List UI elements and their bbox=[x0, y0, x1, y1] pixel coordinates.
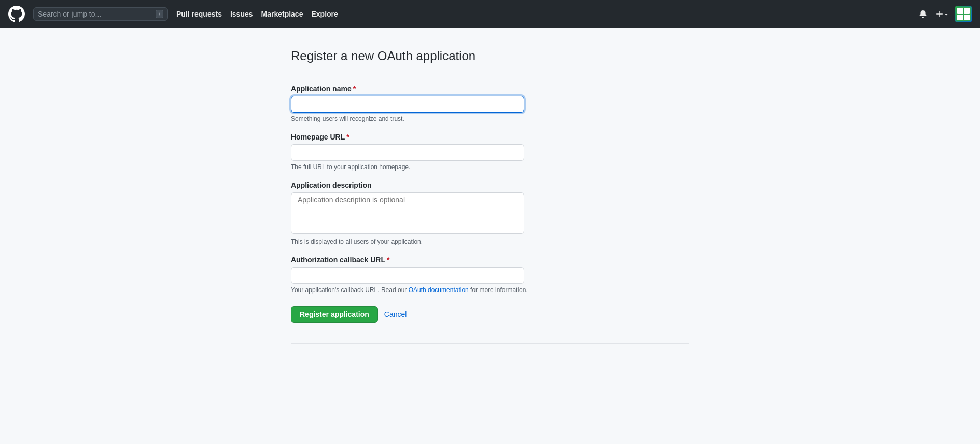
callback-url-input[interactable] bbox=[291, 267, 524, 284]
bottom-divider bbox=[291, 343, 689, 344]
app-name-required: * bbox=[353, 85, 356, 93]
top-nav: / Pull requests Issues Marketplace Explo… bbox=[0, 0, 980, 28]
app-name-hint: Something users will recognize and trust… bbox=[291, 115, 689, 122]
description-hint: This is displayed to all users of your a… bbox=[291, 238, 689, 245]
github-logo[interactable] bbox=[8, 6, 25, 22]
callback-url-required: * bbox=[387, 256, 389, 264]
title-divider bbox=[291, 72, 689, 72]
search-input[interactable] bbox=[38, 10, 152, 18]
cancel-button[interactable]: Cancel bbox=[384, 308, 407, 321]
user-avatar[interactable] bbox=[955, 6, 972, 22]
create-new-button[interactable] bbox=[933, 8, 951, 20]
nav-right bbox=[917, 6, 972, 22]
nav-link-marketplace[interactable]: Marketplace bbox=[261, 10, 303, 18]
nav-link-explore[interactable]: Explore bbox=[311, 10, 338, 18]
homepage-url-group: Homepage URL* The full URL to your appli… bbox=[291, 133, 689, 171]
main-content: Register a new OAuth application Applica… bbox=[283, 28, 697, 385]
notifications-button[interactable] bbox=[917, 8, 929, 20]
app-name-group: Application name* Something users will r… bbox=[291, 85, 689, 122]
app-name-label: Application name* bbox=[291, 85, 689, 93]
description-input[interactable] bbox=[291, 192, 524, 234]
register-application-button[interactable]: Register application bbox=[291, 306, 378, 323]
homepage-url-hint: The full URL to your application homepag… bbox=[291, 163, 689, 171]
oauth-app-form: Application name* Something users will r… bbox=[291, 85, 689, 323]
callback-url-group: Authorization callback URL* Your applica… bbox=[291, 256, 689, 294]
nav-links: Pull requests Issues Marketplace Explore bbox=[176, 10, 908, 18]
callback-url-hint: Your application's callback URL. Read ou… bbox=[291, 286, 689, 294]
form-actions: Register application Cancel bbox=[291, 306, 689, 323]
homepage-url-label: Homepage URL* bbox=[291, 133, 689, 141]
search-kbd: / bbox=[156, 10, 163, 18]
description-label: Application description bbox=[291, 181, 689, 189]
oauth-docs-link[interactable]: OAuth documentation bbox=[409, 286, 469, 294]
homepage-url-required: * bbox=[346, 133, 349, 141]
homepage-url-input[interactable] bbox=[291, 144, 524, 161]
description-group: Application description This is displaye… bbox=[291, 181, 689, 245]
callback-url-label: Authorization callback URL* bbox=[291, 256, 689, 264]
nav-link-pull-requests[interactable]: Pull requests bbox=[176, 10, 222, 18]
page-title: Register a new OAuth application bbox=[291, 49, 689, 63]
app-name-input[interactable] bbox=[291, 96, 524, 113]
nav-link-issues[interactable]: Issues bbox=[230, 10, 253, 18]
search-bar[interactable]: / bbox=[33, 7, 168, 21]
